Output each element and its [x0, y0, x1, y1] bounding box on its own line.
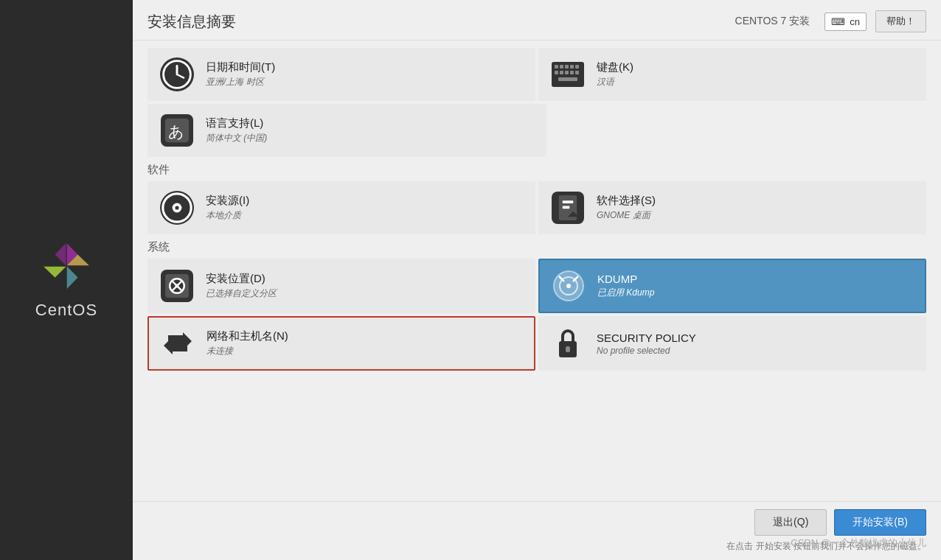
header-right: CENTOS 7 安装 ⌨ cn 帮助！: [735, 10, 926, 32]
centos-logo: CentOS: [35, 240, 97, 320]
page-title: 安装信息摘要: [147, 12, 236, 32]
install-dest-item[interactable]: 安装位置(D) 已选择自定义分区: [147, 259, 535, 313]
language-subtitle: 简体中文 (中国): [206, 132, 267, 144]
svg-marker-4: [55, 243, 66, 267]
security-subtitle: No profile selected: [597, 346, 696, 356]
kdump-icon: [550, 267, 587, 304]
svg-rect-17: [570, 65, 574, 69]
language-title: 语言支持(L): [206, 116, 267, 130]
kdump-subtitle: 已启用 Kdump: [597, 287, 654, 299]
network-text: 网络和主机名(N) 未连接: [206, 329, 288, 357]
svg-rect-22: [570, 71, 574, 74]
svg-rect-31: [563, 200, 574, 203]
svg-point-29: [175, 206, 178, 209]
svg-point-38: [176, 284, 179, 288]
kdump-svg: [552, 269, 586, 303]
software-select-subtitle: GNOME 桌面: [597, 209, 656, 222]
network-subtitle: 未连接: [206, 345, 288, 357]
sidebar: CentOS: [0, 0, 133, 560]
lang-placeholder: [549, 104, 926, 157]
install-dest-title: 安装位置(D): [206, 272, 277, 286]
install-dest-text: 安装位置(D) 已选择自定义分区: [206, 272, 277, 300]
svg-rect-16: [565, 65, 569, 69]
lang-row: あ 语言支持(L) 简体中文 (中国): [147, 104, 926, 157]
version-label: CENTOS 7 安装: [735, 15, 810, 28]
header: 安装信息摘要 CENTOS 7 安装 ⌨ cn 帮助！: [133, 0, 941, 41]
software-select-icon: [549, 189, 586, 226]
software-section-label: 软件: [147, 163, 926, 177]
svg-rect-32: [563, 206, 570, 209]
datetime-subtitle: 亚洲/上海 时区: [206, 76, 275, 88]
software-select-item[interactable]: 软件选择(S) GNOME 桌面: [538, 181, 926, 234]
network-item[interactable]: 网络和主机名(N) 未连接: [147, 316, 535, 371]
clock-icon: [159, 56, 195, 93]
language-icon: あ: [159, 112, 195, 149]
start-install-button[interactable]: 开始安装(B): [834, 509, 926, 536]
svg-marker-5: [66, 266, 77, 290]
software-select-title: 软件选择(S): [597, 194, 656, 208]
keyboard-svg: [551, 57, 585, 91]
svg-rect-15: [560, 65, 563, 69]
software-row: 安装源(I) 本地介质: [147, 181, 926, 234]
datetime-item[interactable]: 日期和时间(T) 亚洲/上海 时区: [147, 48, 535, 101]
grid-content: 日期和时间(T) 亚洲/上海 时区: [133, 41, 941, 501]
help-button[interactable]: 帮助！: [875, 10, 926, 32]
system-row: 安装位置(D) 已选择自定义分区: [147, 259, 926, 371]
svg-rect-19: [555, 71, 558, 74]
install-source-icon: [159, 189, 195, 226]
svg-rect-14: [555, 65, 558, 69]
security-policy-item[interactable]: SECURITY POLICY No profile selected: [538, 316, 926, 371]
clock-svg: [160, 57, 194, 91]
security-icon: [549, 325, 586, 362]
keyboard-icon: [549, 56, 586, 93]
datetime-text: 日期和时间(T) 亚洲/上海 时区: [206, 60, 275, 88]
svg-rect-47: [566, 346, 570, 352]
package-svg: [552, 192, 584, 224]
keyboard-text: 键盘(K) 汉语: [597, 60, 633, 88]
install-dest-icon: [159, 267, 195, 304]
install-source-item[interactable]: 安装源(I) 本地介质: [147, 181, 535, 234]
language-text: 语言支持(L) 简体中文 (中国): [206, 116, 267, 144]
bottom-bar: 退出(Q) 开始安装(B) 在点击 开始安装 按钮前我们并不会操作您的磁盘。: [133, 501, 941, 560]
bottom-buttons: 退出(Q) 开始安装(B): [754, 509, 926, 536]
kdump-title: KDUMP: [597, 273, 654, 285]
svg-line-12: [177, 74, 184, 78]
quit-button[interactable]: 退出(Q): [754, 509, 827, 536]
install-dest-subtitle: 已选择自定义分区: [206, 287, 277, 300]
svg-text:あ: あ: [168, 123, 184, 140]
security-text: SECURITY POLICY No profile selected: [597, 332, 696, 356]
localization-row1: 日期和时间(T) 亚洲/上海 时区: [147, 48, 926, 101]
language-input[interactable]: ⌨ cn: [824, 13, 867, 31]
kdump-text: KDUMP 已启用 Kdump: [597, 273, 654, 299]
system-section-label: 系统: [147, 240, 926, 254]
centos-logo-icon: [41, 240, 92, 292]
svg-rect-20: [560, 71, 563, 74]
keyboard-small-icon: ⌨: [831, 16, 845, 27]
install-source-text: 安装源(I) 本地介质: [206, 194, 249, 222]
lang-value: cn: [850, 16, 860, 27]
svg-marker-6: [43, 266, 66, 277]
svg-rect-23: [575, 71, 579, 74]
disk-svg: [160, 191, 194, 225]
security-title: SECURITY POLICY: [597, 332, 696, 344]
keyboard-subtitle: 汉语: [597, 76, 633, 88]
keyboard-title: 键盘(K): [597, 60, 633, 74]
install-source-subtitle: 本地介质: [206, 209, 249, 222]
lock-svg: [551, 326, 585, 360]
svg-rect-24: [558, 77, 577, 81]
svg-rect-21: [565, 71, 569, 74]
svg-rect-18: [575, 65, 579, 69]
main-content: 安装信息摘要 CENTOS 7 安装 ⌨ cn 帮助！: [133, 0, 941, 560]
language-svg: あ: [161, 113, 193, 147]
network-icon: [159, 325, 196, 362]
network-title: 网络和主机名(N): [206, 329, 288, 343]
svg-point-43: [566, 284, 571, 288]
disk2-svg: [161, 269, 193, 303]
language-item[interactable]: あ 语言支持(L) 简体中文 (中国): [147, 104, 546, 157]
kdump-item[interactable]: KDUMP 已启用 Kdump: [538, 259, 926, 313]
watermark: CSDN @一个外貌忧虑的小伙儿: [791, 536, 926, 550]
software-select-text: 软件选择(S) GNOME 桌面: [597, 194, 656, 222]
datetime-title: 日期和时间(T): [206, 60, 275, 74]
brand-name: CentOS: [35, 301, 97, 320]
keyboard-item[interactable]: 键盘(K) 汉语: [538, 48, 926, 101]
